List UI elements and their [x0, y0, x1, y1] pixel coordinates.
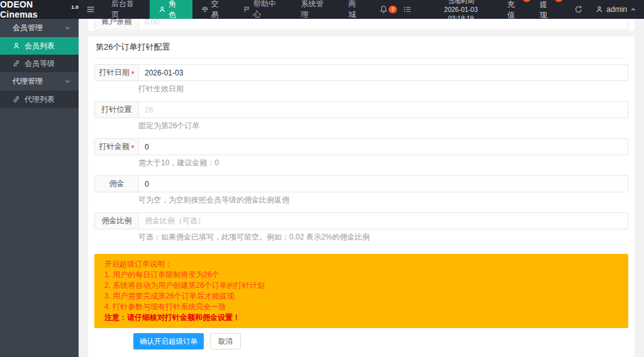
sidebar-group[interactable]: 代理管理	[0, 72, 79, 91]
sidebar-group[interactable]: 会员管理	[0, 19, 79, 37]
field-input[interactable]: 0	[139, 139, 628, 155]
form-fields: 打针日期* 2026-01-03 打针生效日期 打针位置* 26 固定为第26个…	[94, 64, 628, 241]
nav-item[interactable]: 帮助中心	[235, 0, 292, 19]
sidebar-toggle-button[interactable]	[79, 0, 103, 19]
field-input-group: 佣金比例* 佣金比例（可选）	[94, 212, 628, 229]
warning-line: 3. 用户需要完成第26个订单后才能提现	[104, 291, 618, 302]
chevron-down-icon	[64, 78, 71, 85]
field-input-group: 打针金额* 0	[94, 138, 628, 155]
field-input-group: 打针日期* 2026-01-03	[94, 64, 628, 81]
field-input[interactable]: 0	[139, 176, 628, 192]
field-hint: 需大于10，建议金额：0	[138, 158, 628, 167]
field-label: 打针日期*	[95, 65, 139, 80]
field-hint: 可为空，为空则按照会员等级的佣金比例返佣	[138, 195, 628, 204]
link-icon	[13, 96, 20, 103]
field-label: 佣金*	[95, 176, 139, 192]
link-icon	[13, 60, 20, 67]
topbar: ODEON Cinemas1.0 后台首页 角色 交易 帮助中心 系统管理 商城…	[0, 0, 644, 19]
nav-item[interactable]: 交易	[192, 0, 235, 19]
list-icon	[403, 5, 412, 14]
form-field: 打针金额* 0 需大于10，建议金额：0	[94, 138, 628, 167]
field-input-group: 打针位置* 26	[94, 101, 628, 118]
field-input[interactable]: 2026-01-03	[139, 65, 628, 80]
confirm-super-order-button[interactable]: 确认开启超级订单	[133, 333, 204, 349]
scale-icon	[201, 6, 209, 13]
field-label: 打针金额*	[95, 139, 139, 155]
warning-line: 4. 打针参数与现有打针系统完全一致	[104, 302, 618, 312]
nav-item[interactable]: 商城	[340, 0, 372, 19]
hamburger-icon	[86, 5, 95, 14]
form-field: 打针位置* 26 固定为第26个订单	[94, 101, 628, 130]
flag-icon	[243, 6, 251, 13]
sidebar: 会员管理 会员列表 会员等级 代理管理 代理列表	[0, 19, 79, 357]
app-logo[interactable]: ODEON Cinemas1.0	[0, 0, 79, 19]
field-label: 佣金比例*	[95, 213, 139, 229]
log-list-button[interactable]	[396, 5, 419, 14]
field-input-group: 佣金* 0	[94, 175, 628, 192]
recharge-badge: 0	[523, 0, 531, 2]
user-menu[interactable]: admin	[596, 5, 636, 14]
notifications-button[interactable]: 2	[372, 5, 396, 14]
username: admin	[606, 5, 627, 14]
withdraw-badge: 0	[555, 0, 563, 2]
field-label: 打针位置*	[95, 102, 139, 118]
config-card: 第26个订单打针配置 打针日期* 2026-01-03 打针生效日期 打针位置*…	[88, 36, 635, 357]
sidebar-item[interactable]: 会员列表	[0, 37, 79, 55]
person-icon	[596, 6, 603, 13]
form-field: 打针日期* 2026-01-03 打针生效日期	[94, 64, 628, 93]
refresh-icon	[574, 5, 583, 14]
nav-item[interactable]: 系统管理	[292, 0, 339, 19]
field-input[interactable]: 佣金比例（可选）	[139, 213, 628, 229]
app-title: ODEON Cinemas	[0, 0, 70, 19]
field-hint: 可选：如果佣金已填写，此项可留空。例如：0.02 表示2%的佣金比例	[138, 233, 628, 241]
sidebar-item[interactable]: 代理列表	[0, 91, 79, 108]
warning-title: 开启超级订单说明：	[104, 259, 618, 270]
warning-line: 2. 系统将自动为用户创建第26个订单的打针计划	[104, 280, 618, 291]
local-time-label: 当地时间	[431, 0, 491, 5]
person-icon	[158, 6, 166, 13]
main-nav: 后台首页 角色 交易 帮助中心 系统管理 商城	[103, 0, 372, 19]
withdraw-button[interactable]: 提现 0	[540, 0, 558, 21]
app-version: 1.0	[71, 4, 79, 10]
balance-label: 账户余额	[95, 19, 139, 30]
chevron-down-icon	[64, 25, 71, 31]
warning-box: 开启超级订单说明： 1. 用户的每日订单限制将变为26个2. 系统将自动为用户创…	[94, 254, 628, 328]
form-field: 佣金* 0 可为空，为空则按照会员等级的佣金比例返佣	[94, 175, 628, 204]
bell-icon	[379, 5, 388, 14]
nav-item[interactable]: 角色	[150, 0, 192, 19]
nav-item[interactable]: 后台首页	[103, 0, 150, 19]
required-asterisk: *	[131, 144, 135, 153]
field-hint: 打针生效日期	[138, 84, 628, 93]
section-title: 第26个订单打针配置	[94, 41, 628, 58]
field-input[interactable]: 26	[139, 102, 628, 118]
form-field: 佣金比例* 佣金比例（可选） 可选：如果佣金已填写，此项可留空。例如：0.02 …	[94, 212, 628, 241]
warning-line: 1. 用户的每日订单限制将变为26个	[104, 270, 618, 280]
refresh-button[interactable]	[567, 5, 591, 14]
sidebar-item[interactable]: 会员等级	[0, 55, 79, 72]
field-hint: 固定为第26个订单	[138, 121, 628, 130]
chevron-up-icon	[630, 6, 636, 13]
required-asterisk: *	[131, 70, 135, 79]
button-row: 确认开启超级订单 取消	[94, 333, 628, 349]
recharge-button[interactable]: 充值 0	[507, 0, 525, 21]
person-icon	[13, 42, 20, 50]
main-content: 账户余额 0.00 第26个订单打针配置 打针日期* 2026-01-03 打针…	[79, 19, 644, 357]
cancel-button[interactable]: 取消	[210, 333, 241, 349]
topbar-right: 2 当地时间 2026-01-03 03:18:19 充值 0 提现 0 adm…	[372, 0, 644, 19]
warning-note: 注意：请仔细核对打针金额和佣金设置！	[104, 312, 618, 323]
